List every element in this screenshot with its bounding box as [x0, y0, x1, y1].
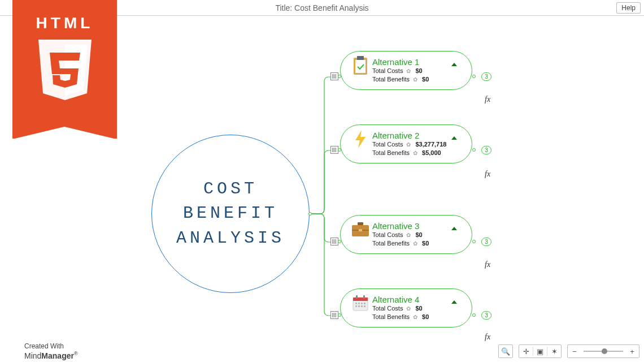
gear-icon: ✿ — [406, 305, 411, 313]
total-costs-row: Total Costs✿$0 — [372, 67, 462, 75]
html5-badge: HTML — [12, 0, 117, 139]
note-handle-icon[interactable] — [330, 146, 338, 154]
child-count-badge[interactable]: 3 — [481, 72, 491, 81]
node-alternative-3[interactable]: Alternative 3 Total Costs✿$0 Total Benef… — [340, 215, 472, 254]
svg-rect-12 — [358, 303, 360, 304]
node-title: Alternative 2 — [372, 131, 462, 140]
footer-bar: Created With MindManager® 🔍 ✛ ▣ ✶ − + — [0, 341, 644, 362]
fit-view-button[interactable]: ▣ — [533, 345, 547, 357]
svg-rect-3 — [358, 222, 363, 225]
svg-rect-2 — [357, 56, 364, 60]
child-count-badge[interactable]: 3 — [481, 146, 491, 154]
collapse-toggle-icon[interactable] — [451, 63, 457, 66]
credit-text: Created With MindManager® — [24, 343, 78, 360]
central-node[interactable]: COST BENEFIT ANALYSIS — [151, 135, 310, 293]
node-alternative-4[interactable]: Alternative 4 Total Costs✿$0 Total Benef… — [340, 288, 472, 327]
search-button[interactable]: 🔍 — [499, 345, 512, 357]
total-costs-row: Total Costs✿$3,277,718 — [372, 140, 462, 149]
gear-icon: ✿ — [406, 231, 411, 239]
connector-dot-icon — [472, 313, 476, 317]
connector-dot-icon — [338, 313, 341, 317]
collapse-toggle-icon[interactable] — [451, 227, 457, 230]
svg-rect-17 — [361, 305, 363, 307]
note-handle-icon[interactable] — [330, 311, 338, 319]
gear-icon: ✿ — [406, 141, 411, 149]
clipboard-check-icon — [351, 56, 370, 75]
node-alternative-2[interactable]: Alternative 2 Total Costs✿$3,277,718 Tot… — [340, 124, 472, 163]
svg-rect-16 — [358, 305, 360, 307]
svg-rect-15 — [355, 305, 357, 307]
total-costs-row: Total Costs✿$0 — [372, 231, 462, 239]
zoom-out-button[interactable]: − — [568, 345, 581, 357]
fx-icon[interactable]: fx — [485, 260, 490, 269]
zoom-in-button[interactable]: + — [625, 345, 639, 357]
calendar-icon — [351, 294, 370, 313]
total-benefits-row: Total Benefits✿$0 — [372, 313, 462, 321]
briefcase-icon — [351, 220, 370, 239]
gear-icon: ✿ — [413, 76, 417, 84]
svg-rect-10 — [363, 295, 365, 299]
node-alternative-1[interactable]: Alternative 1 Total Costs✿$0 Total Benef… — [340, 51, 472, 90]
connector-dot-icon — [338, 75, 341, 78]
svg-rect-14 — [364, 303, 365, 304]
gear-icon: ✿ — [413, 240, 417, 248]
central-node-title: COST BENEFIT ANALYSIS — [176, 177, 285, 251]
svg-rect-6 — [359, 229, 362, 231]
center-view-button[interactable]: ✛ — [519, 345, 533, 357]
note-handle-icon[interactable] — [330, 72, 338, 80]
node-title: Alternative 4 — [372, 295, 462, 304]
child-count-badge[interactable]: 3 — [481, 238, 491, 246]
total-benefits-row: Total Benefits✿$5,000 — [372, 149, 462, 157]
svg-rect-8 — [353, 298, 368, 301]
focus-view-button[interactable]: ✶ — [547, 345, 561, 357]
connector-dot-icon — [472, 75, 476, 78]
total-costs-row: Total Costs✿$0 — [372, 304, 462, 313]
help-button[interactable]: Help — [616, 2, 641, 14]
svg-rect-18 — [364, 305, 365, 307]
connector-dot-icon — [472, 240, 476, 243]
zoom-slider[interactable] — [584, 351, 623, 352]
total-benefits-row: Total Benefits✿$0 — [372, 239, 462, 248]
lightning-bolt-icon — [351, 130, 370, 149]
connector-dot-icon — [472, 148, 476, 152]
page-title: Title: Cost Benefit Analysis — [275, 3, 368, 12]
svg-rect-11 — [355, 303, 357, 304]
collapse-toggle-icon[interactable] — [451, 300, 457, 304]
collapse-toggle-icon[interactable] — [451, 136, 457, 140]
gear-icon: ✿ — [413, 313, 417, 321]
svg-rect-9 — [356, 295, 358, 299]
fx-icon[interactable]: fx — [485, 95, 490, 104]
note-handle-icon[interactable] — [330, 238, 338, 245]
gear-icon: ✿ — [413, 149, 417, 157]
html5-shield-icon — [34, 37, 96, 105]
html5-badge-text: HTML — [36, 14, 94, 32]
child-count-badge[interactable]: 3 — [481, 311, 491, 320]
svg-rect-1 — [355, 60, 365, 73]
node-title: Alternative 1 — [372, 57, 462, 67]
connector-dot-icon — [338, 148, 341, 152]
connector-dot-icon — [308, 212, 312, 216]
node-title: Alternative 3 — [372, 221, 462, 231]
total-benefits-row: Total Benefits✿$0 — [372, 75, 462, 84]
fx-icon[interactable]: fx — [485, 170, 490, 179]
gear-icon: ✿ — [406, 67, 411, 75]
svg-rect-13 — [361, 303, 363, 304]
connector-dot-icon — [338, 240, 341, 243]
view-toolbar: 🔍 ✛ ▣ ✶ − + — [498, 344, 639, 358]
